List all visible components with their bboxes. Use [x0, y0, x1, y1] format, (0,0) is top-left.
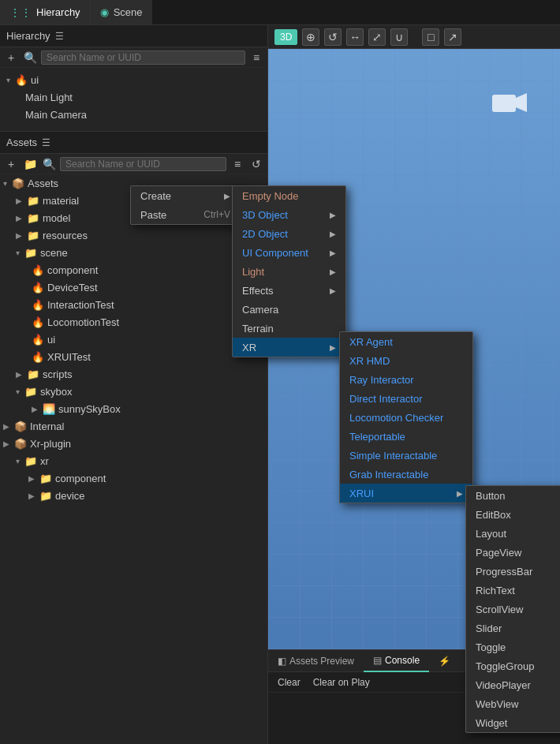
- search-button[interactable]: 🔍: [22, 50, 38, 65]
- asset-item-scene[interactable]: ▾ 📁 scene: [0, 244, 267, 261]
- assets-title: Assets: [6, 136, 37, 148]
- 3d-button[interactable]: 3D: [274, 29, 297, 45]
- clear-button[interactable]: Clear: [274, 675, 304, 690]
- assets-menu-icon[interactable]: ☰: [42, 137, 50, 148]
- asset-item-internal[interactable]: ▶ 📦 Internal: [0, 417, 267, 435]
- rotate-icon-button[interactable]: ↺: [324, 28, 342, 46]
- add-button[interactable]: +: [3, 50, 19, 65]
- console-tab-label: Console: [385, 655, 420, 666]
- move-icon-button[interactable]: ⊕: [302, 28, 319, 46]
- assets-preview-icon: ◧: [278, 656, 286, 667]
- layout-label: Layout: [476, 528, 506, 540]
- ray-interactor-item[interactable]: Ray Interactor: [340, 370, 472, 389]
- scene-icon: ◉: [100, 6, 109, 18]
- view-icon-button[interactable]: ↗: [444, 28, 461, 46]
- hierarchy-tab[interactable]: ⋮⋮ Hierarchy: [0, 0, 91, 24]
- xr-hmd-label: XR HMD: [349, 355, 390, 367]
- xr-item[interactable]: XR ▶: [233, 338, 345, 357]
- submenu-arrow: ▶: [457, 489, 463, 498]
- grab-interactable-item[interactable]: Grab Interactable: [340, 465, 472, 484]
- scrollview-item[interactable]: ScrollView: [466, 600, 560, 619]
- hierarchy-icon: ⋮⋮: [9, 6, 32, 19]
- material-label: material: [43, 195, 79, 207]
- rect-icon-button[interactable]: ⤢: [368, 28, 386, 46]
- asset-item-skybox[interactable]: ▾ 📁 skybox: [0, 383, 267, 400]
- list-view-button[interactable]: ≡: [248, 50, 264, 65]
- togglegroup-item[interactable]: ToggleGroup: [466, 656, 560, 675]
- widget-label: Widget: [476, 717, 507, 729]
- asset-item-interactiontest[interactable]: 🔥 InteractionTest: [0, 296, 267, 313]
- effects-item[interactable]: Effects ▶: [233, 281, 345, 300]
- assets-toolbar: + 📁 🔍 ≡ ↺: [0, 154, 267, 174]
- hierarchy-search-input[interactable]: [41, 50, 245, 65]
- asset-item-xr-component[interactable]: ▶ 📁 component: [0, 469, 267, 487]
- asset-item-locomotiontest[interactable]: 🔥 LocomotionTest: [0, 313, 267, 331]
- asset-item-component[interactable]: 🔥 component: [0, 261, 267, 279]
- ui-scene-label: ui: [47, 334, 55, 346]
- 2d-object-item[interactable]: 2D Object ▶: [233, 224, 345, 243]
- extra-console-tab[interactable]: ⚡: [429, 650, 460, 672]
- console-tab-icon: ▤: [373, 655, 382, 666]
- scene-tab[interactable]: ◉ Scene: [91, 0, 152, 24]
- empty-node-item[interactable]: Empty Node: [233, 186, 345, 205]
- asset-item-xrplugin[interactable]: ▶ 📦 Xr-plugin: [0, 435, 267, 452]
- paste-menu-item[interactable]: Paste Ctrl+V: [131, 205, 240, 224]
- terrain-item[interactable]: Terrain: [233, 319, 345, 338]
- device-label: device: [55, 490, 85, 502]
- toggle-item[interactable]: Toggle: [466, 637, 560, 656]
- asset-item-sunnysky[interactable]: ▶ 🌅 sunnySkyBox: [0, 400, 267, 417]
- webview-item[interactable]: WebView: [466, 694, 560, 713]
- assets-preview-tab[interactable]: ◧ Assets Preview: [268, 650, 364, 672]
- assets-search-button[interactable]: 🔍: [41, 156, 57, 172]
- asset-item-scripts[interactable]: ▶ 📁 scripts: [0, 365, 267, 383]
- button-item[interactable]: Button: [466, 486, 560, 505]
- camera-item[interactable]: Camera: [233, 300, 345, 319]
- resources-label: resources: [43, 230, 88, 241]
- asset-item-device[interactable]: ▶ 📁 device: [0, 487, 267, 504]
- ui-component-item[interactable]: UI Component ▶: [233, 243, 345, 262]
- layout-item[interactable]: Layout: [466, 524, 560, 543]
- widget-item[interactable]: Widget: [466, 713, 560, 732]
- 3d-object-item[interactable]: 3D Object ▶: [233, 205, 345, 224]
- direct-interactor-item[interactable]: Direct Interactor: [340, 389, 472, 408]
- hierarchy-menu-icon[interactable]: ☰: [55, 31, 64, 42]
- console-tab[interactable]: ▤ Console: [364, 650, 429, 672]
- clear-on-play-button[interactable]: Clear on Play: [310, 675, 373, 690]
- editbox-item[interactable]: EditBox: [466, 505, 560, 524]
- videoplayer-item[interactable]: VideoPlayer: [466, 675, 560, 694]
- progressbar-item[interactable]: ProgressBar: [466, 562, 560, 581]
- submenu-arrow: ▶: [330, 343, 336, 352]
- asset-item-ui[interactable]: 🔥 ui: [0, 331, 267, 348]
- asset-item-resources[interactable]: ▶ 📁 resources: [0, 226, 267, 244]
- xr-hmd-item[interactable]: XR HMD: [340, 351, 472, 370]
- xr-agent-item[interactable]: XR Agent: [340, 332, 472, 351]
- light-item[interactable]: Light ▶: [233, 262, 345, 281]
- tree-item-ui[interactable]: ▾ 🔥 ui: [0, 71, 267, 88]
- pageview-item[interactable]: PageView: [466, 543, 560, 562]
- xrui-item[interactable]: XRUI ▶: [340, 484, 472, 503]
- teleportable-item[interactable]: Teleportable: [340, 427, 472, 446]
- frame-icon-button[interactable]: □: [422, 28, 439, 46]
- asset-item-xruitest[interactable]: 🔥 XRUITest: [0, 348, 267, 365]
- submenu-arrow: ▶: [330, 267, 336, 276]
- grab-interactable-label: Grab Interactable: [349, 469, 428, 480]
- tree-item-main-light[interactable]: Main Light: [0, 88, 267, 106]
- scale-icon-button[interactable]: ↔: [346, 28, 364, 46]
- assets-refresh-button[interactable]: ↺: [248, 156, 264, 172]
- union-icon-button[interactable]: ∪: [390, 28, 408, 46]
- asset-item-xr[interactable]: ▾ 📁 xr: [0, 452, 267, 469]
- assets-search-input[interactable]: [60, 157, 226, 171]
- simple-interactable-item[interactable]: Simple Interactable: [340, 446, 472, 465]
- top-bar: ⋮⋮ Hierarchy ◉ Scene: [0, 0, 560, 25]
- assets-list-view[interactable]: ≡: [230, 156, 245, 172]
- assets-folder-button[interactable]: 📁: [22, 156, 38, 172]
- create-menu-item[interactable]: Create ▶: [131, 186, 240, 205]
- submenu-arrow: ▶: [330, 211, 336, 219]
- asset-item-devicetest[interactable]: 🔥 DeviceTest: [0, 279, 267, 296]
- richtext-item[interactable]: RichText: [466, 581, 560, 600]
- locomotion-checker-item[interactable]: Locomotion Checker: [340, 408, 472, 427]
- assets-add-button[interactable]: +: [3, 156, 19, 172]
- slider-item[interactable]: Slider: [466, 619, 560, 637]
- tree-item-main-camera[interactable]: Main Camera: [0, 106, 267, 123]
- hierarchy-title: Hierarchy: [6, 30, 50, 42]
